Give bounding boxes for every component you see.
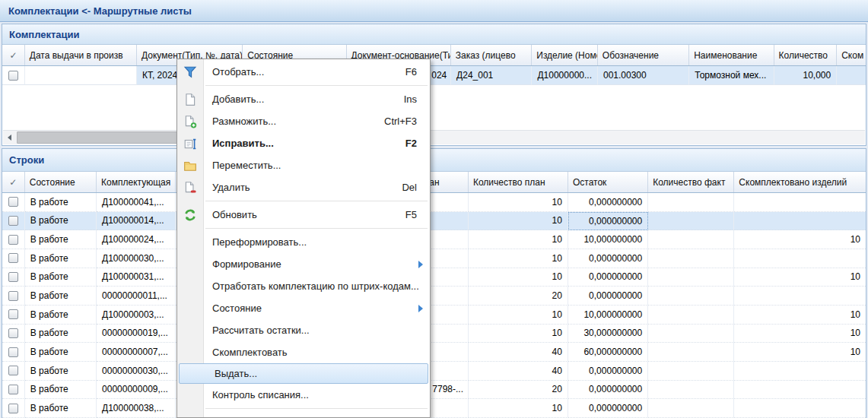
table-row[interactable]: В работеД100000030,...100,000000000 bbox=[2, 249, 866, 268]
cell-remainder[interactable]: 0,000000000 bbox=[568, 268, 648, 287]
bottom-header-assembled[interactable]: Скомплектовано изделий bbox=[734, 172, 866, 192]
menu-item-edit[interactable]: Исправить... F2 bbox=[177, 132, 430, 154]
cell-qty-plan[interactable]: 20 bbox=[469, 381, 568, 400]
cell-state[interactable]: В работе bbox=[25, 306, 97, 325]
table-row[interactable]: В работеД100000003,...1010,00000000010 bbox=[2, 306, 866, 325]
row-checkbox[interactable] bbox=[8, 347, 18, 357]
cell-state[interactable]: В работе bbox=[25, 230, 97, 249]
top-header-assembled[interactable]: Ском bbox=[837, 45, 866, 65]
table-row[interactable]: В работеД100000038,...100,000000000 bbox=[2, 399, 866, 418]
cell-assembled[interactable] bbox=[734, 287, 866, 306]
menu-item-formation[interactable]: Формирование bbox=[177, 253, 430, 275]
cell-component[interactable]: Д100000041,... bbox=[97, 193, 176, 212]
cell-assembled[interactable] bbox=[837, 66, 866, 85]
cell-component[interactable]: 00000000007,... bbox=[97, 343, 176, 362]
cell-order[interactable]: Д24_001 bbox=[451, 66, 532, 85]
row-checkbox-cell[interactable] bbox=[2, 362, 25, 381]
row-checkbox-cell[interactable] bbox=[2, 287, 25, 306]
row-checkbox[interactable] bbox=[8, 366, 18, 375]
cell-qty-plan[interactable]: 10 bbox=[469, 399, 568, 418]
cell-component[interactable]: 00000000019,... bbox=[97, 325, 176, 344]
cell-qty-plan[interactable]: 40 bbox=[469, 343, 568, 362]
row-checkbox[interactable] bbox=[8, 309, 18, 319]
cell-qty-plan[interactable]: 20 bbox=[469, 287, 568, 306]
menu-item-writeoff-control[interactable]: Контроль списания... bbox=[177, 384, 430, 406]
cell-assembled[interactable] bbox=[734, 193, 866, 212]
menu-item-barcode-process[interactable]: Отработать комплектацию по штрих-кодам..… bbox=[177, 275, 430, 297]
cell-assembled[interactable]: 10 bbox=[734, 230, 866, 249]
cell-assembled[interactable] bbox=[734, 381, 866, 400]
cell-remainder[interactable]: 10,000000000 bbox=[568, 230, 648, 249]
table-row[interactable]: В работе00000000009,...7798-...200,00000… bbox=[2, 381, 866, 400]
row-checkbox[interactable] bbox=[8, 253, 18, 263]
top-header-order[interactable]: Заказ (лицево bbox=[451, 45, 532, 65]
table-row[interactable]: В работе00000000019,...1030,00000000010 bbox=[2, 325, 866, 344]
table-row[interactable]: В работеД100000014,...100,000000000 bbox=[2, 212, 866, 231]
cell-qty-fact[interactable] bbox=[648, 287, 734, 306]
bottom-header-qty-plan[interactable]: Количество план bbox=[469, 172, 568, 192]
cell-quantity[interactable]: 10,000 bbox=[774, 66, 838, 85]
table-row[interactable]: В работе00000000030,...400,000000000 bbox=[2, 362, 866, 381]
cell-product[interactable]: Д10000000... bbox=[532, 66, 598, 85]
cell-state[interactable]: В работе bbox=[25, 362, 97, 381]
cell-remainder[interactable]: 0,000000000 bbox=[568, 212, 648, 231]
row-checkbox-cell[interactable] bbox=[2, 230, 25, 249]
cell-state[interactable]: В работе bbox=[25, 193, 97, 212]
cell-qty-fact[interactable] bbox=[648, 212, 734, 231]
menu-item-reform[interactable]: Переформировать... bbox=[177, 231, 430, 253]
cell-state[interactable]: В работе bbox=[25, 287, 97, 306]
cell-qty-fact[interactable] bbox=[648, 306, 734, 325]
cell-designation[interactable]: 001.00300 bbox=[598, 66, 689, 85]
row-checkbox-cell[interactable] bbox=[2, 381, 25, 400]
menu-item-delete[interactable]: Удалить Del bbox=[177, 176, 430, 198]
cell-remainder[interactable]: 60,000000000 bbox=[568, 343, 648, 362]
bottom-header-component[interactable]: Комплектующая bbox=[97, 172, 176, 192]
cell-qty-fact[interactable] bbox=[648, 230, 734, 249]
row-checkbox[interactable] bbox=[8, 291, 18, 301]
horizontal-scrollbar[interactable] bbox=[3, 130, 865, 144]
cell-component[interactable]: Д100000030,... bbox=[97, 249, 176, 268]
row-checkbox-cell[interactable] bbox=[2, 343, 25, 362]
row-checkbox[interactable] bbox=[8, 71, 18, 81]
row-checkbox-cell[interactable] bbox=[2, 66, 25, 85]
top-header-name[interactable]: Наименование bbox=[689, 45, 774, 65]
row-checkbox-cell[interactable] bbox=[2, 249, 25, 268]
cell-assembled[interactable]: 10 bbox=[734, 325, 866, 344]
row-checkbox[interactable] bbox=[8, 328, 18, 338]
row-checkbox-cell[interactable] bbox=[2, 399, 25, 418]
cell-state[interactable]: В работе bbox=[25, 381, 97, 400]
cell-component[interactable]: Д100000003,... bbox=[97, 306, 176, 325]
cell-qty-plan[interactable]: 10 bbox=[469, 306, 568, 325]
cell-state[interactable]: В работе bbox=[25, 325, 97, 344]
cell-qty-fact[interactable] bbox=[648, 268, 734, 287]
table-row[interactable]: В работе00000000011,...200,000000000 bbox=[2, 287, 866, 306]
row-checkbox[interactable] bbox=[8, 197, 18, 207]
cell-qty-plan[interactable]: 10 bbox=[469, 268, 568, 287]
cell-state[interactable]: В работе bbox=[25, 212, 97, 231]
cell-component[interactable]: 00000000030,... bbox=[97, 362, 176, 381]
table-row[interactable]: КТ, 2024 024 Д24_001 Д10000000... 001.00… bbox=[2, 66, 866, 85]
cell-remainder[interactable]: 0,000000000 bbox=[568, 249, 648, 268]
bottom-header-check[interactable]: ✓ bbox=[2, 172, 25, 192]
cell-name[interactable]: Тормозной мех... bbox=[689, 66, 774, 85]
cell-qty-fact[interactable] bbox=[648, 399, 734, 418]
row-checkbox[interactable] bbox=[8, 404, 18, 413]
cell-component[interactable]: 00000000011,... bbox=[97, 287, 176, 306]
cell-assembled[interactable]: 10 bbox=[734, 343, 866, 362]
menu-item-duplicate[interactable]: Размножить... Ctrl+F3 bbox=[177, 110, 430, 132]
cell-state[interactable]: В работе bbox=[25, 268, 97, 287]
table-row[interactable]: В работе00000000007,...4060,00000000010 bbox=[2, 343, 866, 362]
menu-item-add[interactable]: Добавить... Ins bbox=[177, 88, 430, 110]
cell-remainder[interactable]: 30,000000000 bbox=[568, 325, 648, 344]
cell-date[interactable] bbox=[25, 66, 137, 85]
cell-state[interactable]: В работе bbox=[25, 343, 97, 362]
menu-item-issue[interactable]: Выдать... bbox=[179, 363, 428, 384]
cell-qty-plan[interactable]: 10 bbox=[469, 249, 568, 268]
table-row[interactable]: В работеД100000041,...100,000000000 bbox=[2, 193, 866, 212]
cell-assembled[interactable] bbox=[734, 362, 866, 381]
cell-qty-fact[interactable] bbox=[648, 249, 734, 268]
menu-item-filter[interactable]: Отобрать... F6 bbox=[177, 61, 430, 83]
cell-remainder[interactable]: 0,000000000 bbox=[568, 381, 648, 400]
top-header-date[interactable]: Дата выдачи в произв bbox=[25, 45, 137, 65]
row-checkbox[interactable] bbox=[8, 216, 18, 226]
